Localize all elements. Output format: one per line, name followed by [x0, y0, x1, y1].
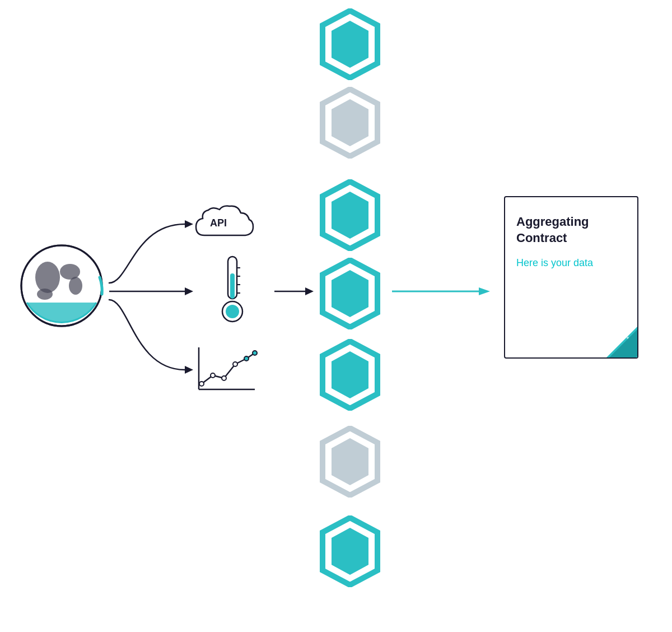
diagram-container: API	[0, 0, 672, 632]
hex-6	[319, 426, 381, 500]
hex-2	[319, 87, 381, 161]
svg-point-49	[633, 346, 636, 348]
svg-marker-1	[185, 287, 193, 295]
svg-marker-31	[332, 99, 368, 146]
svg-point-48	[633, 341, 636, 343]
contract-data-text: Here is your data	[505, 252, 637, 275]
svg-marker-42	[606, 327, 637, 357]
svg-rect-13	[230, 273, 235, 299]
thermometer-source	[216, 251, 249, 326]
hex-3	[319, 179, 381, 253]
api-source: API	[190, 202, 263, 249]
svg-marker-29	[332, 21, 368, 68]
contract-box: Aggregating Contract Here is your data	[504, 196, 638, 359]
svg-point-26	[244, 356, 249, 361]
hex-1	[319, 8, 381, 82]
svg-point-9	[69, 277, 82, 295]
chart-source	[190, 342, 263, 400]
svg-point-45	[627, 341, 629, 343]
hex-4-center	[319, 258, 381, 332]
svg-point-27	[253, 351, 257, 355]
svg-point-43	[627, 337, 629, 339]
svg-point-47	[629, 346, 631, 348]
hex-7	[319, 515, 381, 589]
svg-marker-33	[332, 192, 368, 239]
svg-point-25	[233, 362, 237, 366]
hex-5	[319, 339, 381, 413]
svg-point-24	[222, 376, 226, 380]
svg-marker-4	[479, 287, 490, 295]
globe-icon	[17, 241, 106, 331]
svg-text:API: API	[210, 217, 227, 229]
svg-point-23	[211, 373, 215, 378]
svg-point-22	[199, 382, 204, 386]
svg-point-7	[37, 289, 53, 300]
svg-point-6	[35, 262, 60, 293]
svg-point-15	[226, 305, 239, 318]
contract-title: Aggregating Contract	[505, 197, 637, 252]
svg-marker-3	[305, 287, 314, 295]
svg-point-46	[631, 341, 633, 343]
svg-point-44	[631, 337, 633, 339]
